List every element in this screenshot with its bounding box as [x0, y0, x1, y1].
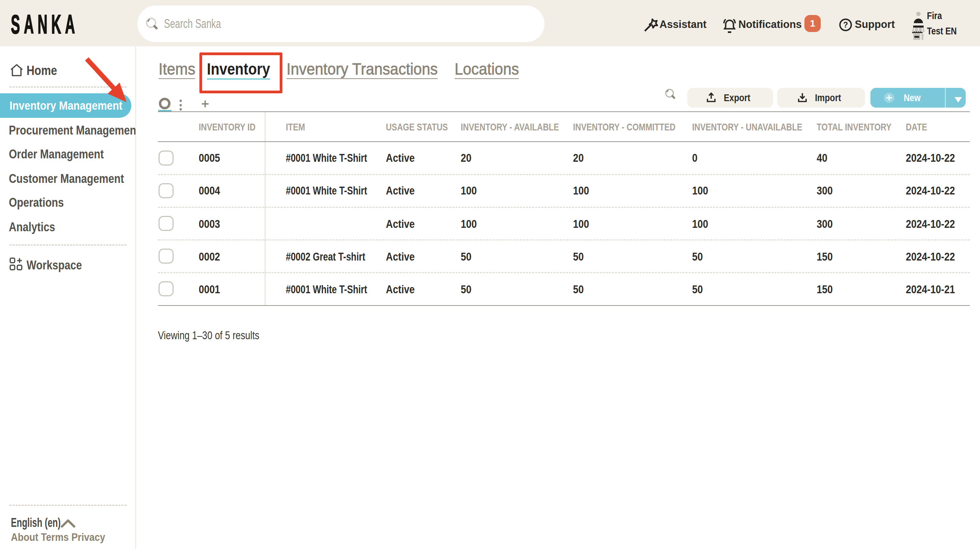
svg-text:?: ? [843, 21, 848, 29]
